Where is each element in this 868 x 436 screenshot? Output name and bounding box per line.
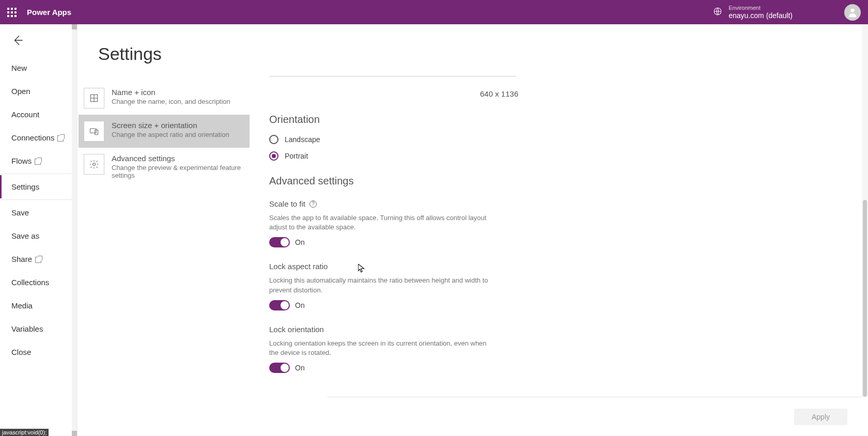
radio-portrait[interactable]: Portrait	[269, 151, 847, 161]
category-desc: Change the aspect ratio and orientation	[112, 131, 229, 138]
file-menu: New Open Account Connections Flows Setti…	[0, 24, 78, 436]
radio-landscape[interactable]: Landscape	[269, 135, 847, 144]
footer-bar: Apply	[327, 397, 862, 436]
filemenu-save[interactable]: Save	[0, 201, 77, 224]
lock-orientation-desc: Locking orientation keeps the screen in …	[269, 339, 497, 357]
filemenu-close[interactable]: Close	[0, 340, 77, 364]
environment-label: Environment	[729, 5, 793, 11]
lock-aspect-desc: Locking this automatically maintains the…	[269, 276, 497, 294]
gear-icon	[84, 154, 104, 175]
environment-picker[interactable]: Environment enayu.com (default)	[729, 5, 793, 20]
help-icon[interactable]: ?	[309, 200, 317, 208]
scale-to-fit-toggle[interactable]	[269, 237, 290, 247]
settings-content: Settings Name + icon Change the name, ic…	[78, 24, 868, 436]
lock-orientation-title: Lock orientation	[269, 325, 847, 334]
radio-icon	[269, 135, 278, 144]
back-button[interactable]	[0, 24, 77, 56]
filemenu-share[interactable]: Share	[0, 247, 77, 271]
svg-rect-3	[90, 129, 97, 133]
device-icon	[84, 121, 104, 142]
category-title: Name + icon	[112, 88, 230, 97]
filemenu-connections[interactable]: Connections	[0, 126, 77, 149]
external-icon	[35, 159, 41, 165]
waffle-icon[interactable]	[7, 8, 17, 17]
toggle-state: On	[295, 364, 305, 372]
preview-divider	[269, 76, 516, 81]
grid-icon	[84, 88, 104, 108]
radio-icon	[269, 151, 278, 161]
orientation-heading: Orientation	[269, 114, 847, 126]
svg-point-1	[850, 8, 854, 12]
filemenu-collections[interactable]: Collections	[0, 271, 77, 294]
category-title: Advanced settings	[112, 154, 242, 163]
environment-value: enayu.com (default)	[729, 11, 793, 20]
radio-label: Portrait	[285, 152, 308, 160]
advanced-heading: Advanced settings	[269, 175, 847, 187]
radio-label: Landscape	[285, 135, 320, 144]
lock-orientation-toggle[interactable]	[269, 363, 290, 373]
category-name-icon[interactable]: Name + icon Change the name, icon, and d…	[79, 82, 250, 115]
filemenu-open[interactable]: Open	[0, 80, 77, 103]
filemenu-variables[interactable]: Variables	[0, 317, 77, 340]
external-icon	[35, 257, 41, 263]
page-title: Settings	[98, 44, 162, 64]
category-desc: Change the preview & experimental featur…	[112, 164, 242, 179]
apply-button[interactable]: Apply	[794, 409, 847, 425]
filemenu-flows[interactable]: Flows	[0, 149, 77, 173]
browser-status: javascript:void(0);	[0, 429, 49, 436]
filemenu-saveas[interactable]: Save as	[0, 224, 77, 247]
toggle-state: On	[295, 238, 305, 246]
category-screen-size[interactable]: Screen size + orientation Change the asp…	[79, 115, 250, 148]
category-desc: Change the name, icon, and description	[112, 98, 230, 105]
globe-icon	[713, 7, 722, 18]
filemenu-settings[interactable]: Settings	[0, 175, 77, 198]
preview-dimensions: 640 x 1136	[480, 89, 847, 98]
category-advanced[interactable]: Advanced settings Change the preview & e…	[79, 148, 250, 185]
filemenu-media[interactable]: Media	[0, 294, 77, 317]
app-name: Power Apps	[27, 8, 71, 17]
scale-to-fit-desc: Scales the app to fit available space. T…	[269, 213, 497, 232]
filemenu-account[interactable]: Account	[0, 103, 77, 126]
settings-detail: 640 x 1136 Orientation Landscape Portrai…	[250, 76, 868, 436]
lock-aspect-title: Lock aspect ratio	[269, 262, 847, 271]
filemenu-new[interactable]: New	[0, 56, 77, 80]
detail-scrollbar[interactable]	[862, 24, 868, 397]
avatar[interactable]	[844, 4, 861, 21]
toggle-state: On	[295, 301, 305, 309]
app-header: Power Apps Environment enayu.com (defaul…	[0, 0, 868, 24]
svg-point-5	[93, 163, 96, 166]
lock-aspect-toggle[interactable]	[269, 300, 290, 310]
external-icon	[57, 135, 64, 142]
scale-to-fit-title: Scale to fit ?	[269, 199, 847, 208]
settings-categories: Name + icon Change the name, icon, and d…	[79, 82, 250, 436]
filemenu-scrollbar[interactable]	[72, 24, 77, 436]
category-title: Screen size + orientation	[112, 121, 229, 130]
